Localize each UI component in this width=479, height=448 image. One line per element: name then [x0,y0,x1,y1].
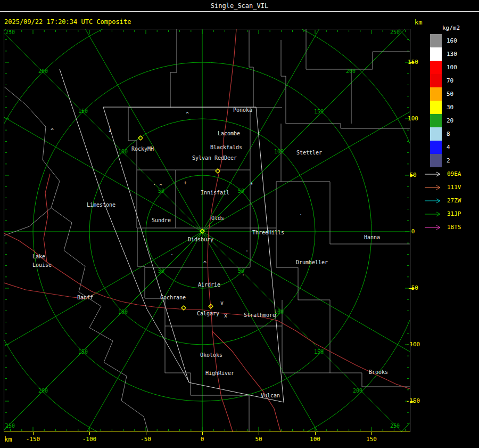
colorbar-swatch [430,127,442,141]
highway-line [211,312,410,389]
city-label: Ponoka [233,107,252,113]
city-label: Calgary [197,311,219,316]
city-label: Lake [32,254,45,259]
arrow-icon [424,211,443,217]
point-symbol: x [224,313,227,319]
colorbar-swatch [430,74,442,87]
county-boundary [281,40,286,124]
bottom-axis-tick [146,432,146,435]
range-label: 200 [346,68,356,74]
colorbar-entry: 70 [430,74,457,87]
city-label: Sylvan [192,155,211,161]
city-label: RedDeer [214,155,237,161]
scan-edge-line [60,69,189,382]
county-boundary [276,228,298,300]
title-divider [0,11,479,12]
city-label: Stettler [296,150,322,156]
range-label: 100 [118,149,128,154]
window-title: Single_Scan_VIL [211,2,268,10]
range-label: 50 [158,268,164,274]
legend-entry: 31JP [424,207,461,221]
city-label: Strathmore [244,312,276,318]
right-axis-label: 50 [402,172,424,178]
colorbar-swatch [430,87,442,101]
point-symbol: ^ [203,260,207,266]
county-boundary [170,29,177,108]
legend-site-id: 27ZW [447,197,461,204]
right-axis-unit: km [415,19,422,26]
range-label: 200 [38,68,48,74]
point-symbol: ^ [159,183,162,189]
colorbar-value: 160 [447,37,457,44]
bottom-axis-tick [89,432,90,435]
scan-coverage-outline [103,107,284,402]
city-label: Sundre [152,217,171,223]
colorbar: 16013010070503020842 [430,34,457,167]
city-label: RockyMH [131,146,154,152]
point-symbol: · [170,252,174,258]
colorbar-swatch [430,61,442,74]
colorbar-swatch [430,101,442,114]
bottom-axis-label: 100 [304,436,326,443]
highway-line [212,331,280,431]
county-boundary [286,124,410,128]
range-label: 200 [38,388,48,394]
colorbar-value: 20 [447,117,453,124]
azimuth-line [37,29,202,232]
city-label: Olds [211,215,224,221]
city-label: Okotoks [200,352,222,358]
bottom-axis-unit: km [4,436,12,443]
storm-track-legend: 09EA111V27ZW31JP18TS [424,167,461,234]
point-symbol: + [184,180,187,186]
colorbar-swatch [430,154,442,167]
bottom-axis-tick [33,432,34,435]
colorbar-value: 8 [447,131,450,137]
bottom-axis-tick [371,432,372,435]
city-label: Limestone [87,202,115,208]
colorbar-value: 70 [447,77,453,84]
city-label: Vulcan [261,393,280,398]
point-symbol: · [245,248,249,254]
range-label: 100 [118,309,128,315]
bottom-axis-label: -50 [135,436,156,443]
city-label: ThreeHills [252,230,284,235]
legend-site-id: 18TS [447,224,461,231]
colorbar-value: 30 [447,104,453,111]
azimuth-line [37,232,202,431]
point-symbol: ↓ [108,126,112,134]
right-axis-label: -50 [402,284,424,291]
bottom-axis-label: 50 [248,436,269,443]
colorbar-entry: 20 [430,114,457,127]
range-label: 150 [314,349,324,355]
point-symbol: * [250,182,253,188]
radar-svg[interactable]: 2502001501002502001501005050505010015020… [4,29,410,431]
colorbar-swatch [430,141,442,154]
radar-display[interactable]: 2502001501002502001501005050505010015020… [4,29,410,432]
colorbar-entry: 8 [430,127,457,141]
county-boundary [249,30,253,107]
titlebar: Single_Scan_VIL [0,2,479,10]
colorbar-entry: 4 [430,141,457,154]
range-label: 150 [314,109,324,115]
colorbar-value: 2 [447,157,450,164]
legend-site-id: 09EA [447,170,461,177]
county-boundary [351,52,410,69]
arrow-icon [424,184,443,191]
azimuth-line [202,232,367,431]
bottom-axis-tick [315,432,316,435]
city-label: Didsbury [188,237,213,242]
point-symbol: ^ [51,128,54,134]
app-window: Single_Scan_VIL 2025/09/22 17:20:34 UTC … [0,0,479,448]
bottom-axis-tick [202,432,203,435]
colorbar-value: 130 [447,51,457,58]
timestamp-label: 2025/09/22 17:20:34 UTC Composite [4,18,131,26]
legend-entry: 09EA [424,167,461,181]
colorbar-value: 4 [447,144,450,151]
range-label: 150 [78,108,88,114]
county-boundary [4,208,51,235]
legend-site-id: 31JP [447,210,461,217]
bottom-axis-label: 150 [361,436,382,443]
point-symbol: · [242,272,245,278]
city-label: Cochrane [160,295,186,300]
city-label: Innisfail [201,190,229,196]
